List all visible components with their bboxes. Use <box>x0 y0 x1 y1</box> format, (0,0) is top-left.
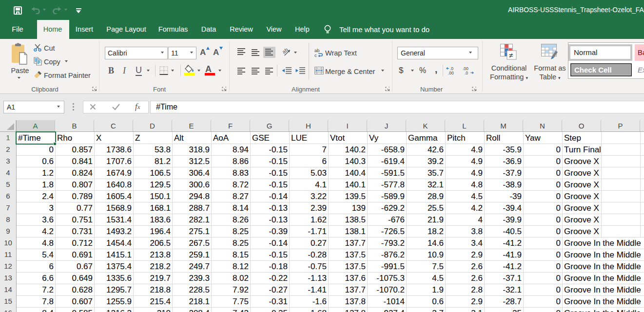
svg-text:≠: ≠ <box>509 51 513 59</box>
svg-text:.0: .0 <box>465 71 468 75</box>
svg-text:.00: .00 <box>448 71 454 75</box>
svg-text:c: c <box>314 53 317 57</box>
